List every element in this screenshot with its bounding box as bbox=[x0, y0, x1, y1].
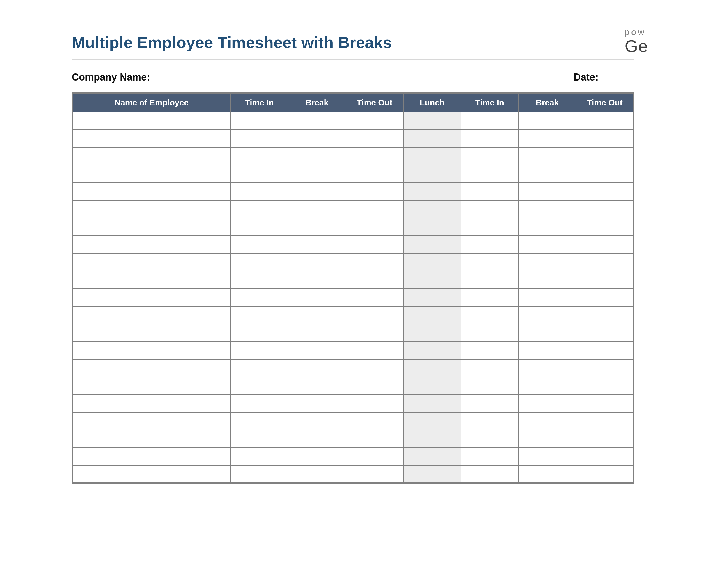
cell[interactable] bbox=[518, 448, 576, 465]
cell[interactable] bbox=[346, 306, 403, 324]
cell[interactable] bbox=[461, 130, 519, 147]
cell[interactable] bbox=[346, 253, 403, 271]
cell[interactable] bbox=[461, 306, 519, 324]
cell[interactable] bbox=[403, 200, 461, 218]
cell[interactable] bbox=[231, 289, 288, 306]
cell[interactable] bbox=[346, 395, 403, 412]
cell[interactable] bbox=[231, 130, 288, 147]
cell[interactable] bbox=[72, 253, 231, 271]
cell[interactable] bbox=[461, 377, 519, 395]
cell[interactable] bbox=[288, 359, 346, 377]
cell[interactable] bbox=[461, 342, 519, 359]
cell[interactable] bbox=[461, 430, 519, 448]
cell[interactable] bbox=[231, 430, 288, 448]
cell[interactable] bbox=[72, 112, 231, 130]
cell[interactable] bbox=[72, 359, 231, 377]
cell[interactable] bbox=[72, 395, 231, 412]
cell[interactable] bbox=[288, 448, 346, 465]
cell[interactable] bbox=[288, 165, 346, 183]
cell[interactable] bbox=[346, 165, 403, 183]
cell[interactable] bbox=[461, 465, 519, 483]
cell[interactable] bbox=[461, 271, 519, 289]
cell[interactable] bbox=[576, 395, 634, 412]
cell[interactable] bbox=[72, 183, 231, 200]
cell[interactable] bbox=[231, 200, 288, 218]
cell[interactable] bbox=[288, 183, 346, 200]
cell[interactable] bbox=[461, 448, 519, 465]
cell[interactable] bbox=[518, 253, 576, 271]
cell[interactable] bbox=[346, 218, 403, 236]
cell[interactable] bbox=[346, 183, 403, 200]
cell[interactable] bbox=[518, 183, 576, 200]
cell[interactable] bbox=[518, 412, 576, 430]
cell[interactable] bbox=[461, 253, 519, 271]
cell[interactable] bbox=[461, 112, 519, 130]
cell[interactable] bbox=[576, 289, 634, 306]
cell[interactable] bbox=[576, 218, 634, 236]
cell[interactable] bbox=[461, 395, 519, 412]
cell[interactable] bbox=[288, 200, 346, 218]
cell[interactable] bbox=[288, 430, 346, 448]
cell[interactable] bbox=[72, 130, 231, 147]
cell[interactable] bbox=[403, 271, 461, 289]
cell[interactable] bbox=[403, 342, 461, 359]
cell[interactable] bbox=[231, 465, 288, 483]
cell[interactable] bbox=[518, 112, 576, 130]
cell[interactable] bbox=[346, 448, 403, 465]
cell[interactable] bbox=[518, 377, 576, 395]
cell[interactable] bbox=[346, 412, 403, 430]
cell[interactable] bbox=[346, 200, 403, 218]
cell[interactable] bbox=[403, 306, 461, 324]
cell[interactable] bbox=[518, 430, 576, 448]
cell[interactable] bbox=[346, 465, 403, 483]
cell[interactable] bbox=[72, 218, 231, 236]
cell[interactable] bbox=[288, 271, 346, 289]
cell[interactable] bbox=[72, 412, 231, 430]
cell[interactable] bbox=[72, 448, 231, 465]
cell[interactable] bbox=[403, 395, 461, 412]
cell[interactable] bbox=[72, 377, 231, 395]
cell[interactable] bbox=[403, 253, 461, 271]
cell[interactable] bbox=[403, 165, 461, 183]
cell[interactable] bbox=[576, 112, 634, 130]
cell[interactable] bbox=[231, 324, 288, 342]
cell[interactable] bbox=[231, 236, 288, 253]
cell[interactable] bbox=[346, 130, 403, 147]
cell[interactable] bbox=[518, 200, 576, 218]
cell[interactable] bbox=[231, 359, 288, 377]
cell[interactable] bbox=[518, 324, 576, 342]
cell[interactable] bbox=[231, 448, 288, 465]
cell[interactable] bbox=[231, 183, 288, 200]
cell[interactable] bbox=[72, 236, 231, 253]
cell[interactable] bbox=[403, 289, 461, 306]
cell[interactable] bbox=[576, 130, 634, 147]
cell[interactable] bbox=[288, 377, 346, 395]
cell[interactable] bbox=[518, 359, 576, 377]
cell[interactable] bbox=[231, 218, 288, 236]
cell[interactable] bbox=[461, 359, 519, 377]
cell[interactable] bbox=[346, 324, 403, 342]
cell[interactable] bbox=[518, 271, 576, 289]
cell[interactable] bbox=[288, 465, 346, 483]
cell[interactable] bbox=[518, 165, 576, 183]
cell[interactable] bbox=[288, 342, 346, 359]
cell[interactable] bbox=[461, 165, 519, 183]
cell[interactable] bbox=[288, 236, 346, 253]
cell[interactable] bbox=[346, 289, 403, 306]
cell[interactable] bbox=[72, 465, 231, 483]
cell[interactable] bbox=[231, 112, 288, 130]
cell[interactable] bbox=[403, 448, 461, 465]
cell[interactable] bbox=[288, 412, 346, 430]
cell[interactable] bbox=[231, 253, 288, 271]
cell[interactable] bbox=[576, 147, 634, 165]
cell[interactable] bbox=[72, 289, 231, 306]
cell[interactable] bbox=[72, 430, 231, 448]
cell[interactable] bbox=[403, 465, 461, 483]
cell[interactable] bbox=[403, 218, 461, 236]
cell[interactable] bbox=[576, 236, 634, 253]
cell[interactable] bbox=[231, 271, 288, 289]
cell[interactable] bbox=[346, 271, 403, 289]
cell[interactable] bbox=[576, 448, 634, 465]
cell[interactable] bbox=[461, 183, 519, 200]
cell[interactable] bbox=[288, 324, 346, 342]
